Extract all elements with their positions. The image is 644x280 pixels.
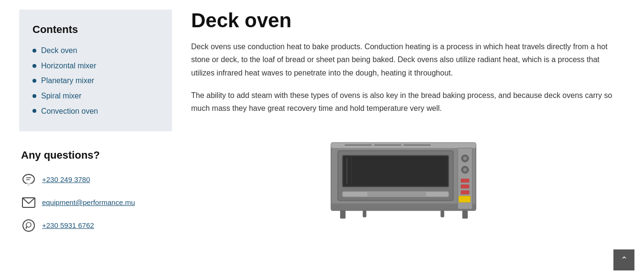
svg-rect-26 <box>461 191 469 194</box>
bullet-icon <box>32 109 36 113</box>
svg-rect-30 <box>404 144 431 146</box>
contents-link-convection-oven[interactable]: Convection oven <box>41 105 98 118</box>
svg-rect-29 <box>374 144 401 146</box>
svg-point-23 <box>463 168 467 172</box>
contents-link-planetary-mixer[interactable]: Planetary mixer <box>41 75 94 87</box>
email-icon <box>21 195 36 210</box>
page-title: Deck oven <box>191 10 625 32</box>
svg-rect-28 <box>344 144 372 146</box>
contact-item-phone: +230 249 3780 <box>21 172 170 187</box>
contents-box: Contents Deck oven Horizontal mixer Plan… <box>19 10 172 131</box>
main-paragraph-2: The ability to add steam with these type… <box>191 89 625 115</box>
contents-link-deck-oven[interactable]: Deck oven <box>41 44 77 57</box>
whatsapp-icon <box>21 218 36 233</box>
main-content: Deck oven Deck ovens use conduction heat… <box>191 10 625 241</box>
svg-rect-12 <box>363 211 366 217</box>
contents-link-horizontal-mixer[interactable]: Horizontal mixer <box>41 60 97 72</box>
questions-section: Any questions? +230 249 3780 <box>19 147 172 233</box>
svg-rect-24 <box>461 179 469 183</box>
svg-rect-25 <box>461 185 469 189</box>
svg-rect-10 <box>340 211 345 219</box>
main-paragraph-1: Deck ovens use conduction heat to bake p… <box>191 40 625 79</box>
phone-link[interactable]: +230 249 3780 <box>42 174 90 185</box>
contents-title: Contents <box>32 21 159 38</box>
scroll-top-button[interactable]: ⌃ <box>613 249 634 250</box>
oven-image-container <box>191 124 625 220</box>
svg-rect-9 <box>331 204 476 210</box>
oven-illustration <box>322 124 494 220</box>
whatsapp-link[interactable]: +230 5931 6762 <box>42 220 94 231</box>
chat-icon <box>21 172 36 187</box>
svg-rect-13 <box>440 211 444 217</box>
page-wrapper: Contents Deck oven Horizontal mixer Plan… <box>0 0 644 250</box>
svg-point-6 <box>23 220 34 231</box>
svg-rect-16 <box>343 156 448 186</box>
list-item: Planetary mixer <box>32 75 159 87</box>
svg-point-0 <box>23 174 34 184</box>
list-item: Convection oven <box>32 105 159 118</box>
contents-link-spiral-mixer[interactable]: Spiral mixer <box>41 90 81 102</box>
list-item: Horizontal mixer <box>32 60 159 72</box>
bullet-icon <box>32 94 36 98</box>
bullet-icon <box>32 49 36 53</box>
contact-item-whatsapp: +230 5931 6762 <box>21 218 170 233</box>
svg-point-21 <box>463 157 467 161</box>
sidebar: Contents Deck oven Horizontal mixer Plan… <box>19 10 172 241</box>
contact-item-email: equipment@performance.mu <box>21 195 170 210</box>
bullet-icon <box>32 64 36 68</box>
list-item: Spiral mixer <box>32 90 159 102</box>
email-link[interactable]: equipment@performance.mu <box>42 197 135 208</box>
questions-title: Any questions? <box>21 147 170 163</box>
svg-rect-27 <box>459 196 471 202</box>
svg-rect-11 <box>462 211 468 219</box>
contents-list: Deck oven Horizontal mixer Planetary mix… <box>32 44 159 117</box>
svg-rect-18 <box>367 192 426 196</box>
bullet-icon <box>32 79 36 83</box>
list-item: Deck oven <box>32 44 159 57</box>
